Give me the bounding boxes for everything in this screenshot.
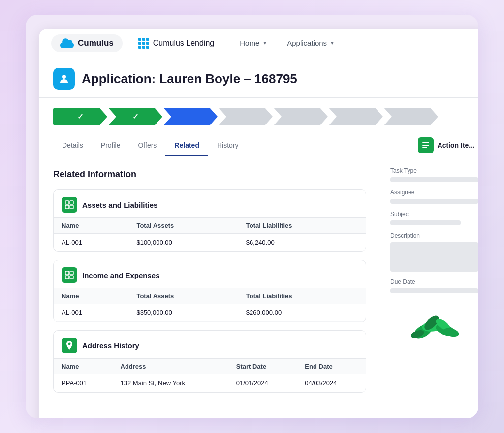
home-label: Home [240, 39, 259, 47]
income-card: Income and Expenses Name Total Assets To… [53, 260, 366, 322]
svg-rect-7 [70, 205, 73, 209]
tab-history[interactable]: History [208, 134, 248, 156]
svg-rect-1 [422, 142, 429, 143]
step-2[interactable]: ✓ [108, 108, 162, 125]
assets-col-total-liabilities: Total Liabilities [238, 218, 366, 234]
nav-tab-home[interactable]: Home ▼ [230, 29, 277, 58]
inner-card: Cumulus Cumulus Lending Home ▼ Applicati… [39, 29, 478, 418]
income-icon-bg [62, 267, 77, 283]
steps-row: ✓ ✓ [53, 108, 474, 125]
address-table: Name Address Start Date End Date PPA-001… [54, 358, 366, 392]
plant-decoration [390, 303, 478, 342]
plant-decoration-area [390, 303, 478, 342]
address-card-header: Address History [54, 331, 366, 358]
grid-icon [138, 38, 149, 49]
assets-row-name: AL-001 [54, 234, 128, 251]
person-icon-bg [53, 68, 75, 90]
assignee-label: Assignee [390, 189, 478, 196]
income-card-title: Income and Expenses [82, 271, 160, 279]
step-1[interactable]: ✓ [53, 108, 107, 125]
address-row-name: PPA-001 [54, 374, 113, 392]
outer-card: Cumulus Cumulus Lending Home ▼ Applicati… [26, 15, 478, 418]
assets-card-title: Assets and Liabilities [82, 201, 158, 209]
person-icon [58, 73, 70, 85]
app-name-text: Cumulus Lending [153, 39, 215, 48]
related-info-title: Related Information [53, 169, 366, 180]
svg-rect-10 [65, 276, 69, 279]
tab-details[interactable]: Details [53, 134, 92, 156]
step-4[interactable] [219, 108, 273, 125]
assets-col-total-assets: Total Assets [128, 218, 238, 234]
action-items-button[interactable]: Action Ite... [418, 137, 474, 153]
tabs-row: Details Profile Offers Related History [39, 133, 478, 157]
address-row-address: 132 Main St, New York [113, 374, 228, 392]
income-table: Name Total Assets Total Liabilities AL-0… [54, 288, 366, 322]
cloud-icon [60, 38, 74, 48]
address-row-start: 01/01/2024 [228, 374, 297, 392]
svg-rect-9 [70, 271, 73, 275]
subject-label: Subject [390, 211, 478, 217]
step-7[interactable] [384, 108, 438, 125]
subject-field [390, 220, 461, 225]
step-3[interactable] [163, 108, 218, 125]
income-icon [65, 271, 74, 279]
logo-text: Cumulus [78, 38, 114, 48]
svg-point-0 [62, 75, 66, 79]
svg-rect-6 [65, 205, 69, 209]
income-row-col2: $350,000.00 [128, 304, 238, 322]
app-name-area[interactable]: Cumulus Lending [130, 34, 222, 53]
svg-rect-11 [70, 276, 73, 279]
task-type-label: Task Type [390, 167, 478, 174]
task-type-field [390, 177, 478, 182]
logo-area[interactable]: Cumulus [51, 34, 123, 52]
step-1-check: ✓ [53, 108, 107, 125]
svg-rect-3 [422, 147, 427, 148]
assets-icon-bg [62, 197, 77, 213]
income-row-col3: $260,000.00 [238, 304, 366, 322]
assets-row-col3: $6,240.00 [238, 234, 366, 251]
income-col-total-liabilities: Total Liabilities [238, 288, 366, 304]
table-row: PPA-001 132 Main St, New York 01/01/2024… [54, 374, 366, 392]
address-col-name: Name [54, 359, 113, 374]
step-5[interactable] [274, 108, 328, 125]
right-panel: Task Type Assignee Subject Description D… [380, 157, 478, 418]
svg-rect-8 [65, 271, 69, 275]
list-icon [421, 141, 430, 150]
assignee-field [390, 199, 478, 204]
applications-chevron: ▼ [330, 40, 335, 46]
income-card-header: Income and Expenses [54, 260, 366, 288]
income-col-name: Name [54, 288, 128, 304]
assets-card-header: Assets and Liabilities [54, 190, 366, 217]
address-row-end: 04/03/2024 [297, 374, 366, 392]
step-3-label [163, 108, 218, 125]
svg-rect-2 [422, 145, 429, 146]
action-icon-bg [418, 137, 434, 153]
step-2-check: ✓ [108, 108, 162, 125]
address-col-end: End Date [297, 359, 366, 374]
step-6[interactable] [329, 108, 383, 125]
table-row: AL-001 $100,000.00 $6,240.00 [54, 234, 366, 251]
due-date-label: Due Date [390, 278, 478, 285]
page-header: Application: Lauren Boyle – 168795 [39, 58, 478, 98]
left-content: Related Information Assets and Lia [39, 157, 380, 418]
income-row-name: AL-001 [54, 304, 128, 322]
assets-row-col2: $100,000.00 [128, 234, 238, 251]
income-col-total-assets: Total Assets [128, 288, 238, 304]
address-card-title: Address History [82, 341, 139, 350]
nav-bar: Cumulus Cumulus Lending Home ▼ Applicati… [39, 29, 478, 58]
description-label: Description [390, 232, 478, 239]
tab-profile[interactable]: Profile [92, 134, 129, 156]
assets-table: Name Total Assets Total Liabilities AL-0… [54, 217, 366, 251]
applications-label: Applications [287, 39, 327, 47]
description-field [390, 242, 478, 272]
address-card: Address History Name Address Start Date … [53, 330, 366, 393]
nav-tab-applications[interactable]: Applications ▼ [277, 29, 345, 58]
tab-offers[interactable]: Offers [129, 134, 165, 156]
main-content: Related Information Assets and Lia [39, 157, 478, 418]
location-icon [65, 341, 73, 350]
svg-rect-4 [65, 201, 69, 204]
assets-card: Assets and Liabilities Name Total Assets… [53, 189, 366, 252]
action-items-label: Action Ite... [438, 141, 474, 149]
svg-rect-5 [70, 201, 73, 204]
tab-related[interactable]: Related [165, 134, 208, 156]
